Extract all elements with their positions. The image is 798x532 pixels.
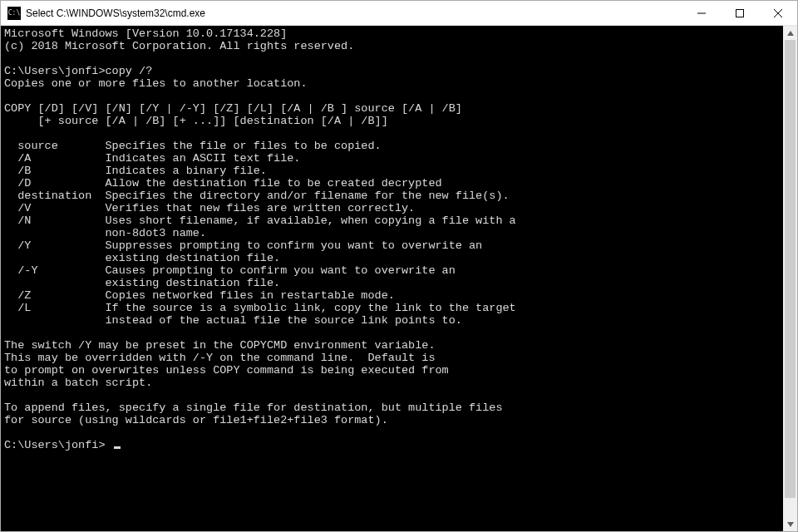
terminal-line: /A Indicates an ASCII text file. bbox=[4, 152, 300, 165]
window-title: Select C:\WINDOWS\system32\cmd.exe bbox=[26, 7, 682, 19]
terminal-line: /D Allow the destination file to be crea… bbox=[4, 177, 442, 190]
window-controls bbox=[682, 1, 797, 25]
terminal-line: To append files, specify a single file f… bbox=[4, 401, 503, 414]
terminal-line: destination Specifies the directory and/… bbox=[4, 190, 510, 202]
terminal-line: to prompt on overwrites unless COPY comm… bbox=[4, 364, 449, 377]
terminal-line: (c) 2018 Microsoft Corporation. All righ… bbox=[4, 40, 354, 52]
terminal-line: The switch /Y may be preset in the COPYC… bbox=[4, 339, 435, 352]
terminal-line: [+ source [/A | /B] [+ ...]] [destinatio… bbox=[4, 115, 388, 127]
cmd-icon: C:\ bbox=[7, 7, 21, 20]
terminal-line: /L If the source is a symbolic link, cop… bbox=[4, 302, 516, 314]
close-button[interactable] bbox=[759, 1, 797, 25]
terminal-line: for source (using wildcards or file1+fil… bbox=[4, 414, 388, 426]
terminal-line: Copies one or more files to another loca… bbox=[4, 77, 308, 90]
chevron-down-icon bbox=[787, 522, 794, 527]
terminal[interactable]: Microsoft Windows [Version 10.0.17134.22… bbox=[1, 26, 783, 531]
terminal-line: existing destination file. bbox=[4, 252, 280, 264]
terminal-line: instead of the actual file the source li… bbox=[4, 314, 462, 327]
terminal-line: /N Uses short filename, if available, wh… bbox=[4, 214, 516, 227]
terminal-line: non-8dot3 name. bbox=[4, 227, 206, 239]
svg-rect-1 bbox=[736, 9, 744, 17]
terminal-line: within a batch script. bbox=[4, 377, 152, 389]
terminal-line: existing destination file. bbox=[4, 277, 280, 289]
terminal-line: COPY [/D] [/V] [/N] [/Y | /-Y] [/Z] [/L]… bbox=[4, 102, 462, 115]
maximize-icon bbox=[736, 9, 744, 17]
minimize-button[interactable] bbox=[682, 1, 721, 25]
titlebar[interactable]: C:\ Select C:\WINDOWS\system32\cmd.exe bbox=[1, 1, 797, 26]
terminal-area: Microsoft Windows [Version 10.0.17134.22… bbox=[1, 26, 797, 531]
scrollbar-thumb[interactable] bbox=[785, 40, 796, 498]
scroll-up-button[interactable] bbox=[783, 26, 797, 40]
terminal-line: /V Verifies that new files are written c… bbox=[4, 202, 415, 214]
terminal-line: /Z Copies networked files in restartable… bbox=[4, 289, 395, 302]
cursor bbox=[114, 446, 121, 449]
chevron-up-icon bbox=[787, 31, 794, 36]
terminal-line: /B Indicates a binary file. bbox=[4, 165, 267, 177]
terminal-line: /Y Suppresses prompting to confirm you w… bbox=[4, 239, 482, 252]
terminal-line: This may be overridden with /-Y on the c… bbox=[4, 352, 435, 364]
minimize-icon bbox=[697, 9, 706, 17]
maximize-button[interactable] bbox=[721, 1, 759, 25]
close-icon bbox=[774, 9, 782, 17]
terminal-line: C:\Users\jonfi>copy /? bbox=[4, 65, 152, 77]
terminal-line: /-Y Causes prompting to confirm you want… bbox=[4, 264, 456, 277]
scrollbar-track[interactable] bbox=[783, 40, 797, 517]
scroll-down-button[interactable] bbox=[783, 517, 797, 531]
cmd-window: C:\ Select C:\WINDOWS\system32\cmd.exe M… bbox=[0, 0, 798, 532]
vertical-scrollbar[interactable] bbox=[783, 26, 797, 531]
terminal-line: source Specifies the file or files to be… bbox=[4, 140, 382, 152]
prompt: C:\Users\jonfi> bbox=[4, 439, 112, 451]
terminal-line: Microsoft Windows [Version 10.0.17134.22… bbox=[4, 27, 287, 40]
